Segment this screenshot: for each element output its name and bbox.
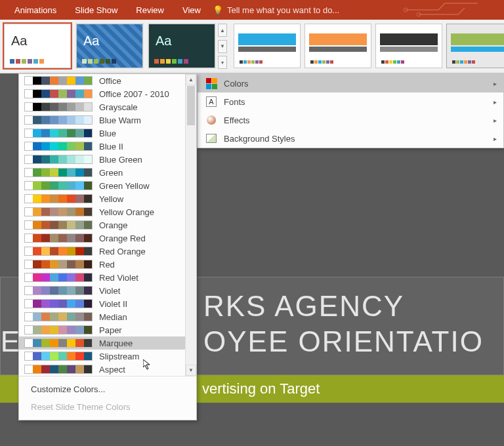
- color-scheme-label: Red Violet: [99, 273, 138, 283]
- flyout-label: Background Styles: [224, 134, 295, 144]
- color-scheme-office-2007-2010[interactable]: Office 2007 - 2010: [19, 87, 196, 100]
- theme-scroll-down[interactable]: ▼: [218, 40, 227, 53]
- variant-thumb-0[interactable]: [234, 24, 301, 68]
- color-scheme-blue[interactable]: Blue: [19, 127, 196, 140]
- color-menu-footer: Customize Colors... Reset Slide Theme Co…: [19, 376, 196, 420]
- fonts-icon: A: [205, 96, 217, 108]
- flyout-item-background-styles[interactable]: Background Styles▸: [198, 129, 503, 148]
- color-scheme-red[interactable]: Red: [19, 258, 196, 271]
- color-scheme-label: Blue Green: [99, 155, 142, 165]
- variant-thumb-2[interactable]: [375, 24, 442, 68]
- color-scheme-median[interactable]: Median: [19, 310, 196, 323]
- color-scheme-violet-ii[interactable]: Violet II: [19, 297, 196, 310]
- color-scheme-yellow-orange[interactable]: Yellow Orange: [19, 205, 196, 218]
- color-scheme-label: Grayscale: [99, 102, 138, 112]
- color-scheme-office[interactable]: Office: [19, 74, 196, 87]
- color-scheme-blue-ii[interactable]: Blue II: [19, 140, 196, 153]
- color-scheme-grayscale[interactable]: Grayscale: [19, 100, 196, 113]
- flyout-label: Fonts: [224, 97, 245, 107]
- color-scheme-red-violet[interactable]: Red Violet: [19, 271, 196, 284]
- color-scheme-marquee[interactable]: Marquee: [19, 336, 196, 350]
- theme-thumb-1[interactable]: Aa: [76, 24, 143, 68]
- color-scheme-label: Paper: [99, 325, 122, 335]
- theme-gallery: AaAaAa: [0, 20, 215, 73]
- theme-scroll-up[interactable]: ▲: [218, 24, 227, 37]
- color-scheme-label: Blue Warm: [99, 115, 141, 125]
- reset-theme-colors: Reset Slide Theme Colors: [19, 398, 196, 416]
- color-scheme-label: Office: [99, 76, 121, 86]
- scroll-thumb[interactable]: [187, 86, 195, 125]
- color-scheme-aspect[interactable]: Aspect: [19, 363, 196, 376]
- customize-colors[interactable]: Customize Colors...: [19, 380, 196, 398]
- tell-me-placeholder: Tell me what you want to do...: [227, 5, 339, 15]
- slide-title-line2: OYEE ORIENTATIO: [203, 325, 484, 358]
- color-scheme-label: Orange: [99, 220, 127, 230]
- color-scheme-label: Median: [99, 312, 127, 322]
- color-scheme-label: Blue: [99, 129, 116, 138]
- variant-thumb-3[interactable]: [446, 24, 504, 68]
- slide-title-cut-letter: E: [0, 325, 20, 358]
- flyout-item-effects[interactable]: Effects▸: [198, 111, 503, 129]
- variant-thumb-1[interactable]: [304, 24, 371, 68]
- color-scheme-label: Orange Red: [99, 233, 146, 243]
- svg-point-0: [404, 8, 408, 12]
- effects-icon: [205, 114, 217, 126]
- flyout-label: Colors: [224, 79, 249, 89]
- color-scheme-label: Aspect: [99, 365, 125, 375]
- color-scheme-blue-green[interactable]: Blue Green: [19, 153, 196, 166]
- tab-review[interactable]: Review: [127, 0, 173, 20]
- color-scheme-label: Office 2007 - 2010: [99, 89, 169, 99]
- tell-me-search[interactable]: 💡 Tell me what you want to do...: [213, 5, 339, 15]
- slide-title-line1: RKS AGENCY: [203, 290, 404, 323]
- chevron-right-icon: ▸: [494, 80, 497, 87]
- color-scheme-list: OfficeOffice 2007 - 2010GrayscaleBlue Wa…: [19, 74, 196, 376]
- slide-subtitle: vertising on Target: [202, 380, 320, 397]
- ribbon-tabs: Animations Slide Show Review View 💡 Tell…: [0, 0, 504, 20]
- variants-flyout: Colors▸AFonts▸Effects▸Background Styles▸: [197, 73, 504, 148]
- color-scheme-label: Green: [99, 168, 123, 178]
- color-list-scrollbar[interactable]: ▲ ▼: [185, 74, 196, 376]
- colors-submenu: OfficeOffice 2007 - 2010GrayscaleBlue Wa…: [18, 73, 197, 420]
- theme-gallery-spinner: ▲ ▼ ▾: [218, 20, 227, 73]
- color-scheme-orange[interactable]: Orange: [19, 218, 196, 232]
- color-scheme-label: Yellow: [99, 194, 123, 204]
- color-scheme-yellow[interactable]: Yellow: [19, 192, 196, 205]
- tab-view[interactable]: View: [173, 0, 210, 20]
- theme-thumb-0[interactable]: Aa: [4, 24, 71, 68]
- chevron-right-icon: ▸: [494, 98, 497, 106]
- color-scheme-label: Green Yellow: [99, 181, 150, 191]
- tab-animations[interactable]: Animations: [5, 0, 66, 20]
- color-scheme-red-orange[interactable]: Red Orange: [19, 245, 196, 258]
- color-scheme-label: Red: [99, 260, 115, 270]
- color-scheme-green-yellow[interactable]: Green Yellow: [19, 179, 196, 192]
- color-scheme-label: Violet II: [99, 299, 127, 309]
- svg-point-1: [417, 12, 421, 16]
- color-scheme-slipstream[interactable]: Slipstream: [19, 350, 196, 363]
- colors-icon: [205, 77, 217, 89]
- color-scheme-paper[interactable]: Paper: [19, 323, 196, 336]
- color-scheme-orange-red[interactable]: Orange Red: [19, 232, 196, 245]
- color-scheme-blue-warm[interactable]: Blue Warm: [19, 113, 196, 127]
- variant-gallery: [227, 20, 504, 73]
- color-scheme-label: Red Orange: [99, 247, 146, 256]
- ribbon-decor: [399, 0, 504, 20]
- chevron-right-icon: ▸: [494, 135, 497, 142]
- tab-slide-show[interactable]: Slide Show: [66, 0, 127, 20]
- color-scheme-label: Marquee: [99, 338, 133, 348]
- flyout-item-colors[interactable]: Colors▸: [198, 74, 503, 92]
- color-scheme-label: Blue II: [99, 142, 123, 152]
- scroll-down-button[interactable]: ▼: [186, 365, 196, 376]
- theme-more[interactable]: ▾: [218, 56, 227, 69]
- color-scheme-label: Slipstream: [99, 352, 139, 361]
- scroll-up-button[interactable]: ▲: [186, 74, 196, 85]
- color-scheme-green[interactable]: Green: [19, 166, 196, 179]
- flyout-item-fonts[interactable]: AFonts▸: [198, 92, 503, 111]
- color-scheme-violet[interactable]: Violet: [19, 284, 196, 297]
- flyout-label: Effects: [224, 115, 250, 125]
- ribbon-body: AaAaAa ▲ ▼ ▾ ▲ ▼ ▾: [0, 20, 504, 73]
- bg-icon: [205, 132, 217, 144]
- chevron-right-icon: ▸: [494, 117, 497, 124]
- theme-thumb-2[interactable]: Aa: [148, 24, 215, 68]
- color-scheme-label: Violet: [99, 286, 120, 296]
- lightbulb-icon: 💡: [213, 5, 223, 15]
